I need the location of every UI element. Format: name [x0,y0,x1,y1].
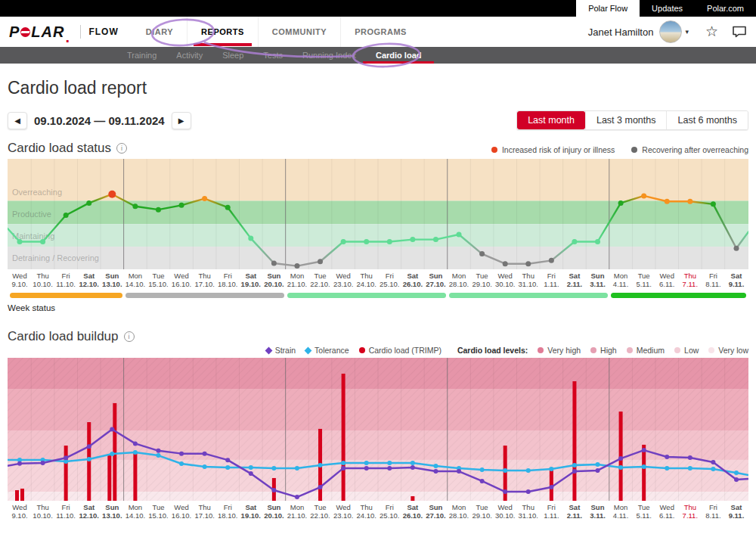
legend-item-risk: Increased risk of injury or illness [491,145,615,154]
axis-day-label: Sun20.10. [262,272,286,288]
buildup-info-icon[interactable]: i [124,331,135,342]
buildup-chart-svg[interactable] [8,358,748,501]
buildup-legend-item: Strain [266,346,296,355]
axis-day-label: Mon21.10. [286,504,309,520]
axis-day-label: Sun20.10. [262,504,286,520]
reports-subnav: Training Activity Sleep Tests Running In… [0,47,756,64]
buildup-heading-text: Cardio load buildup [8,329,119,344]
axis-day-label: Sat12.10. [77,504,101,520]
axis-day-label: Fri25.10. [378,272,401,288]
logo-text-right: LAR [31,23,64,41]
subnav-item-tests[interactable]: Tests [253,47,293,64]
status-chart-svg[interactable]: OverreachingProductiveMaintainingDetrain… [8,159,748,269]
axis-day-label: Fri1.11. [540,504,563,520]
axis-day-label: Mon14.10. [124,272,147,288]
axis-day-label: Sat19.10. [240,504,263,520]
axis-day-label: Thu31.10. [516,272,540,288]
buildup-chart[interactable] [8,358,748,501]
load-level-legend-item: Medium [627,346,665,355]
status-section-title: Cardio load status i [8,141,127,156]
axis-day-label: Thu17.10. [193,272,216,288]
logo-divider [80,25,81,39]
user-name[interactable]: Janet Hamilton [588,26,654,38]
week-status-segment [449,293,608,298]
svg-text:Productive: Productive [12,210,51,219]
strain-marker-icon [265,346,272,354]
axis-day-label: Mon21.10. [286,272,309,288]
favorites-star-icon[interactable]: ☆ [705,24,718,39]
axis-day-label: Sat12.10. [77,272,101,288]
axis-day-label: Thu31.10. [516,504,540,520]
subnav-item-activity[interactable]: Activity [166,47,212,64]
range-last-month-button[interactable]: Last month [517,111,585,129]
level-dot-icon [590,347,596,353]
range-last-3-months-button[interactable]: Last 3 months [585,111,667,129]
axis-day-label: Mon28.10. [448,272,471,288]
axis-day-label: Fri11.10. [54,504,78,520]
buildup-legend-item: Tolerance [305,346,349,355]
feedback-chat-icon[interactable] [732,25,747,39]
axis-day-label: Fri18.10. [216,504,240,520]
range-last-6-months-button[interactable]: Last 6 months [666,111,748,129]
legend-recovering-label: Recovering after overreaching [642,145,748,154]
level-dot-icon [538,347,544,353]
axis-day-label: Sat26.10. [401,272,425,288]
level-dot-icon [627,347,633,353]
week-status-segment [125,293,284,298]
page-content: Cardio load report ◀ 09.10.2024 — 09.11.… [0,78,756,522]
svg-text:Detraining / Recovering: Detraining / Recovering [12,253,99,262]
load-level-legend-item: High [590,346,617,355]
axis-day-label: Sun3.11. [586,272,609,288]
nav-item-reports[interactable]: REPORTS [187,17,258,47]
subnav-item-running-index[interactable]: Running Index [293,47,366,64]
subnav-item-training[interactable]: Training [117,47,166,64]
next-period-button[interactable]: ▶ [172,112,191,129]
user-area: Janet Hamilton ▾ ☆ [588,20,747,43]
tolerance-marker-icon [305,346,312,354]
load-level-legend-item: Very high [538,346,581,355]
axis-day-label: Fri8.11. [702,504,725,520]
axis-day-label: Sun13.10. [101,272,124,288]
axis-day-label: Tue5.11. [632,504,655,520]
app-header: PLAR. FLOW DIARY REPORTS COMMUNITY PROGR… [0,17,756,47]
svg-text:Overreaching: Overreaching [12,188,62,197]
cardio-load-levels-label: Cardio load levels: [457,346,528,355]
buildup-section-title: Cardio load buildup i [8,329,135,344]
axis-day-label: Mon4.11. [609,504,633,520]
axis-day-label: Tue15.10. [147,272,170,288]
axis-day-label: Thu10.10. [31,504,54,520]
status-chart[interactable]: OverreachingProductiveMaintainingDetrain… [8,159,748,269]
axis-day-label: Tue15.10. [147,504,170,520]
axis-day-label: Mon28.10. [448,504,471,520]
legend-risk-label: Increased risk of injury or illness [502,145,615,154]
axis-day-label: Sat26.10. [401,504,425,520]
status-x-axis: Wed9.10.Thu10.10.Fri11.10.Sat12.10.Sun13… [8,271,748,290]
recovering-dot-icon [631,147,637,153]
subnav-item-cardio-load[interactable]: Cardio load [366,47,432,64]
nav-item-community[interactable]: COMMUNITY [258,17,340,47]
tab-polar-flow[interactable]: Polar Flow [576,0,640,17]
logo-dot: . [65,29,71,35]
axis-day-label: Sat9.11. [725,504,748,520]
axis-day-label: Wed16.10. [170,504,194,520]
axis-day-label: Mon4.11. [609,272,633,288]
prev-period-button[interactable]: ◀ [8,112,27,129]
axis-day-label: Sun27.10. [424,504,448,520]
status-heading-text: Cardio load status [8,141,111,156]
subnav-item-sleep[interactable]: Sleep [212,47,253,64]
tab-updates[interactable]: Updates [640,0,695,17]
nav-item-diary[interactable]: DIARY [132,17,187,47]
polar-logo[interactable]: PLAR. [9,23,71,41]
tab-polar-com[interactable]: Polar.com [695,0,756,17]
status-info-icon[interactable]: i [116,143,127,154]
status-section-header: Cardio load status i Increased risk of i… [8,141,748,156]
axis-day-label: Wed30.10. [494,504,517,520]
buildup-legend-item: Cardio load (TRIMP) [359,346,442,355]
nav-item-programs[interactable]: PROGRAMS [340,17,420,47]
axis-day-label: Sat2.11. [563,272,587,288]
chevron-down-icon[interactable]: ▾ [685,28,689,36]
axis-day-label: Thu17.10. [193,504,216,520]
avatar[interactable] [659,20,682,43]
axis-day-label: Thu7.11. [679,504,702,520]
product-name: FLOW [88,26,118,37]
